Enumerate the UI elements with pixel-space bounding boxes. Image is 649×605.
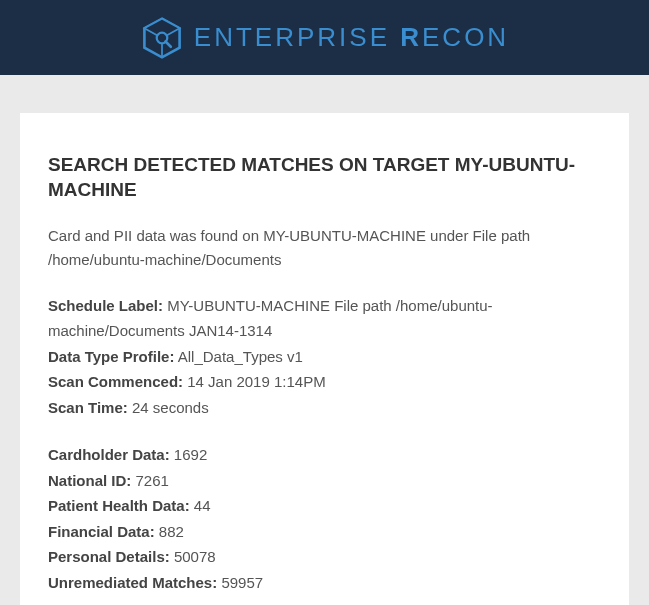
count-patient-value: 44 [190,497,211,514]
match-counts-block: Cardholder Data: 1692 National ID: 7261 … [48,442,601,595]
card-description: Card and PII data was found on MY-UBUNTU… [48,224,601,271]
content-area: SEARCH DETECTED MATCHES ON TARGET MY-UBU… [0,75,649,605]
count-patient: Patient Health Data: 44 [48,493,601,519]
count-national-label: National ID: [48,472,131,489]
count-cardholder-value: 1692 [170,446,208,463]
meta-schedule: Schedule Label: MY-UBUNTU-MACHINE File p… [48,293,601,344]
count-national-value: 7261 [131,472,169,489]
meta-profile-value: All_Data_Types v1 [174,348,302,365]
meta-time-label: Scan Time: [48,399,128,416]
count-personal-value: 50078 [170,548,216,565]
app-header: Enterprise Recon [0,0,649,75]
card-title: SEARCH DETECTED MATCHES ON TARGET MY-UBU… [48,153,601,202]
count-financial-value: 882 [155,523,184,540]
count-financial: Financial Data: 882 [48,519,601,545]
count-national: National ID: 7261 [48,468,601,494]
count-personal: Personal Details: 50078 [48,544,601,570]
meta-time-value: 24 seconds [128,399,209,416]
brand-name-part1: Enterprise [194,22,400,52]
notification-card: SEARCH DETECTED MATCHES ON TARGET MY-UBU… [20,113,629,605]
brand-name: Enterprise Recon [194,22,509,53]
meta-commenced-value: 14 Jan 2019 1:14PM [183,373,326,390]
brand-name-part2: Recon [400,22,509,52]
meta-schedule-label: Schedule Label: [48,297,163,314]
meta-time: Scan Time: 24 seconds [48,395,601,421]
meta-profile-label: Data Type Profile: [48,348,174,365]
meta-commenced: Scan Commenced: 14 Jan 2019 1:14PM [48,369,601,395]
meta-profile: Data Type Profile: All_Data_Types v1 [48,344,601,370]
count-cardholder: Cardholder Data: 1692 [48,442,601,468]
hex-logo-icon [140,16,184,60]
count-unremediated: Unremediated Matches: 59957 [48,570,601,596]
svg-line-4 [165,41,170,46]
count-financial-label: Financial Data: [48,523,155,540]
count-patient-label: Patient Health Data: [48,497,190,514]
count-personal-label: Personal Details: [48,548,170,565]
brand-logo: Enterprise Recon [140,16,509,60]
count-unremediated-label: Unremediated Matches: [48,574,217,591]
meta-commenced-label: Scan Commenced: [48,373,183,390]
scan-meta-block: Schedule Label: MY-UBUNTU-MACHINE File p… [48,293,601,421]
count-unremediated-value: 59957 [217,574,263,591]
count-cardholder-label: Cardholder Data: [48,446,170,463]
